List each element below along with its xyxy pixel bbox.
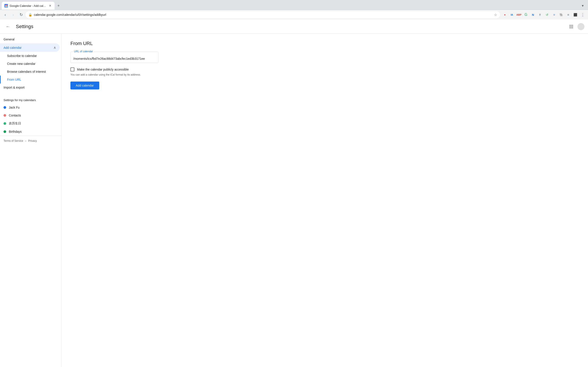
minimize-button[interactable]: ▼ bbox=[579, 2, 586, 9]
ext-icon-11[interactable]: ⬛ bbox=[572, 12, 578, 18]
new-tab-button[interactable]: + bbox=[55, 3, 62, 9]
ext-icon-1[interactable]: ● bbox=[502, 12, 508, 18]
browser-menu-button[interactable]: ⋮ bbox=[579, 11, 586, 18]
forward-button[interactable]: › bbox=[10, 11, 17, 18]
url-input[interactable] bbox=[70, 52, 158, 63]
sidebar-subscribe-label: Subscribe to calendar bbox=[7, 54, 37, 58]
ext-icon-4[interactable]: G bbox=[523, 12, 529, 18]
ext-icon-3[interactable]: ABP bbox=[516, 12, 522, 18]
tab-bar: 📅 Google Calendar - Add calend... ✕ + ▼ bbox=[0, 0, 588, 10]
tab-bar-right: ▼ bbox=[579, 2, 586, 9]
browser-chrome: 📅 Google Calendar - Add calend... ✕ + ▼ … bbox=[0, 0, 588, 20]
sidebar-item-add-calendar[interactable]: Add calendar ∧ bbox=[0, 43, 60, 52]
user-avatar[interactable] bbox=[578, 23, 585, 30]
ext-icon-2[interactable]: IA bbox=[509, 12, 515, 18]
ext-icon-10[interactable]: ≡ bbox=[565, 12, 571, 18]
sidebar-general-label: General bbox=[3, 38, 15, 41]
sidebar-item-create-new[interactable]: Create new calendar bbox=[0, 60, 60, 68]
calendar-name-jack-fu: Jack Fu bbox=[9, 106, 20, 109]
calendar-item-birthdays[interactable]: Birthdays bbox=[0, 128, 61, 136]
back-button[interactable]: ‹ bbox=[2, 11, 9, 18]
svg-point-4 bbox=[571, 26, 572, 27]
terms-link[interactable]: Terms of Service bbox=[3, 139, 23, 142]
page-title: Settings bbox=[16, 24, 34, 29]
sidebar-item-import-export[interactable]: Import & export bbox=[0, 83, 60, 92]
section-title: From URL bbox=[70, 41, 579, 46]
lock-icon: 🔒 bbox=[28, 13, 32, 17]
sidebar-item-browse[interactable]: Browse calendars of interest bbox=[0, 68, 60, 75]
ext-icon-5[interactable]: N bbox=[530, 12, 536, 18]
calendar-name-lunar: 农历生日 bbox=[9, 122, 21, 125]
ext-icon-8[interactable]: ≡ bbox=[551, 12, 557, 18]
bookmark-icon[interactable]: ☆ bbox=[494, 13, 497, 17]
public-checkbox[interactable] bbox=[70, 67, 74, 71]
chevron-up-icon: ∧ bbox=[53, 45, 56, 50]
calendar-dot-birthdays bbox=[3, 130, 6, 133]
extensions-area: ● IA ABP G N f! ↺ ≡ 🐘 ≡ ⬛ bbox=[502, 12, 578, 18]
url-field-label: URL of calendar bbox=[73, 50, 94, 53]
sidebar-item-subscribe[interactable]: Subscribe to calendar bbox=[0, 52, 60, 60]
svg-point-3 bbox=[570, 26, 571, 27]
sidebar: General Add calendar ∧ Subscribe to cale… bbox=[0, 34, 62, 367]
svg-point-2 bbox=[572, 25, 573, 26]
svg-point-0 bbox=[570, 25, 571, 26]
settings-my-calendars-heading: Settings for my calendars bbox=[0, 95, 61, 103]
main-content: From URL URL of calendar Make the calend… bbox=[62, 34, 588, 367]
active-tab[interactable]: 📅 Google Calendar - Add calend... ✕ bbox=[2, 2, 55, 10]
calendar-item-contacts[interactable]: Contacts bbox=[0, 111, 61, 119]
svg-point-6 bbox=[570, 27, 571, 28]
calendar-dot-contacts bbox=[3, 114, 6, 117]
footer-separator: – bbox=[25, 139, 26, 142]
calendar-item-jack-fu[interactable]: Jack Fu bbox=[0, 103, 61, 111]
url-field-container: URL of calendar bbox=[70, 52, 158, 63]
calendar-dot-jack-fu bbox=[3, 106, 6, 109]
public-checkbox-row[interactable]: Make the calendar publicly accessible bbox=[70, 67, 579, 71]
refresh-button[interactable]: ↻ bbox=[17, 11, 25, 18]
ext-icon-7[interactable]: ↺ bbox=[544, 12, 550, 18]
tab-favicon: 📅 bbox=[4, 4, 8, 8]
calendar-name-contacts: Contacts bbox=[9, 114, 21, 117]
nav-bar: ‹ › ↻ 🔒 calendar.google.com/calendar/u/0… bbox=[0, 10, 588, 20]
tab-title: Google Calendar - Add calend... bbox=[10, 4, 47, 8]
sidebar-item-general[interactable]: General bbox=[0, 35, 60, 43]
sidebar-footer: Terms of Service – Privacy bbox=[0, 136, 61, 146]
sidebar-from-url-label: From URL bbox=[7, 78, 21, 81]
google-apps-icon[interactable] bbox=[567, 22, 576, 31]
tab-close-button[interactable]: ✕ bbox=[48, 4, 52, 8]
calendar-item-lunar[interactable]: 农历生日 bbox=[0, 119, 61, 128]
add-calendar-button[interactable]: Add calendar bbox=[70, 82, 99, 89]
sidebar-import-export-label: Import & export bbox=[3, 86, 25, 89]
calendar-name-birthdays: Birthdays bbox=[9, 130, 22, 133]
address-bar[interactable]: 🔒 calendar.google.com/calendar/u/0/r/set… bbox=[26, 11, 500, 18]
app: ← Settings General Add calendar ∧ bbox=[0, 20, 588, 367]
ext-icon-6[interactable]: f! bbox=[537, 12, 543, 18]
sidebar-add-calendar-label: Add calendar bbox=[3, 46, 22, 50]
hint-text: You can add a calendar using the iCal fo… bbox=[70, 73, 579, 76]
svg-point-5 bbox=[572, 26, 573, 27]
svg-point-1 bbox=[571, 25, 572, 26]
ext-icon-9[interactable]: 🐘 bbox=[558, 12, 564, 18]
svg-point-8 bbox=[572, 27, 573, 28]
sidebar-browse-label: Browse calendars of interest bbox=[7, 70, 46, 73]
sidebar-item-from-url[interactable]: From URL bbox=[0, 75, 60, 83]
address-text: calendar.google.com/calendar/u/0/r/setti… bbox=[34, 13, 492, 17]
calendar-dot-lunar bbox=[3, 122, 6, 125]
privacy-link[interactable]: Privacy bbox=[28, 139, 37, 142]
app-header: ← Settings bbox=[0, 20, 588, 34]
public-checkbox-label: Make the calendar publicly accessible bbox=[77, 68, 129, 71]
header-right bbox=[567, 22, 585, 31]
app-body: General Add calendar ∧ Subscribe to cale… bbox=[0, 34, 588, 367]
sidebar-create-new-label: Create new calendar bbox=[7, 62, 35, 66]
svg-point-7 bbox=[571, 27, 572, 28]
settings-back-button[interactable]: ← bbox=[3, 22, 12, 31]
